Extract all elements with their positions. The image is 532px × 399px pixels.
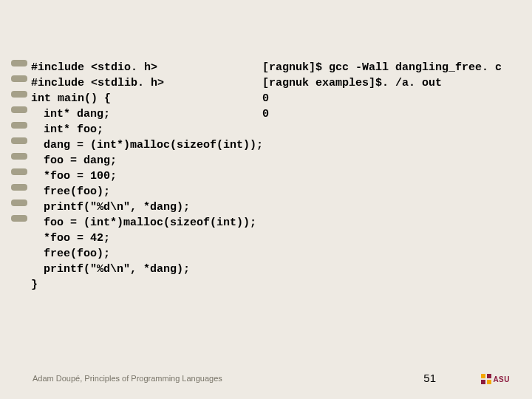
- asu-logo: ASU: [481, 374, 510, 384]
- code-line: printf("%d\n", *dang);: [31, 200, 263, 215]
- bullet-icon: [11, 137, 27, 144]
- bullet-icon: [11, 122, 27, 129]
- code-block: #include <stdio. h>#include <stdlib. h>i…: [31, 13, 263, 293]
- page-number: 51: [423, 372, 436, 384]
- terminal-line: [ragnuk]$ gcc -Wall dangling_free. c: [262, 60, 502, 75]
- code-line: foo = dang;: [31, 153, 263, 168]
- code-line: *foo = 42;: [31, 231, 263, 246]
- terminal-line: 0: [262, 91, 502, 106]
- terminal-output: [ragnuk]$ gcc -Wall dangling_free. c[rag…: [262, 13, 502, 122]
- sunburst-icon: [481, 374, 491, 384]
- code-line: foo = (int*)malloc(sizeof(int));: [31, 215, 263, 231]
- code-line: #include <stdlib. h>: [31, 75, 263, 91]
- code-line: *foo = 100;: [31, 168, 263, 184]
- logo-text: ASU: [493, 375, 510, 383]
- bullet-icon: [11, 91, 27, 98]
- bullet-icon: [11, 75, 27, 82]
- code-line: dang = (int*)malloc(sizeof(int));: [31, 137, 263, 153]
- code-line: printf("%d\n", *dang);: [31, 262, 263, 277]
- bullet-list: [11, 60, 27, 231]
- terminal-line: [ragnuk examples]$. /a. out: [262, 75, 502, 91]
- code-line: int* dang;: [31, 106, 263, 122]
- bullet-icon: [11, 215, 27, 222]
- code-line: free(foo);: [31, 184, 263, 200]
- code-line: }: [31, 277, 263, 293]
- code-line: int* foo;: [31, 122, 263, 137]
- code-line: #include <stdio. h>: [31, 60, 263, 75]
- footer-text: Adam Doupé, Principles of Programming La…: [33, 374, 222, 383]
- bullet-icon: [11, 60, 27, 66]
- bullet-icon: [11, 184, 27, 191]
- bullet-icon: [11, 153, 27, 160]
- bullet-icon: [11, 200, 27, 206]
- code-line: int main() {: [31, 91, 263, 106]
- slide: #include <stdio. h>#include <stdlib. h>i…: [0, 0, 532, 399]
- code-line: free(foo);: [31, 246, 263, 262]
- terminal-line: 0: [262, 106, 502, 122]
- bullet-icon: [11, 168, 27, 175]
- bullet-icon: [11, 106, 27, 113]
